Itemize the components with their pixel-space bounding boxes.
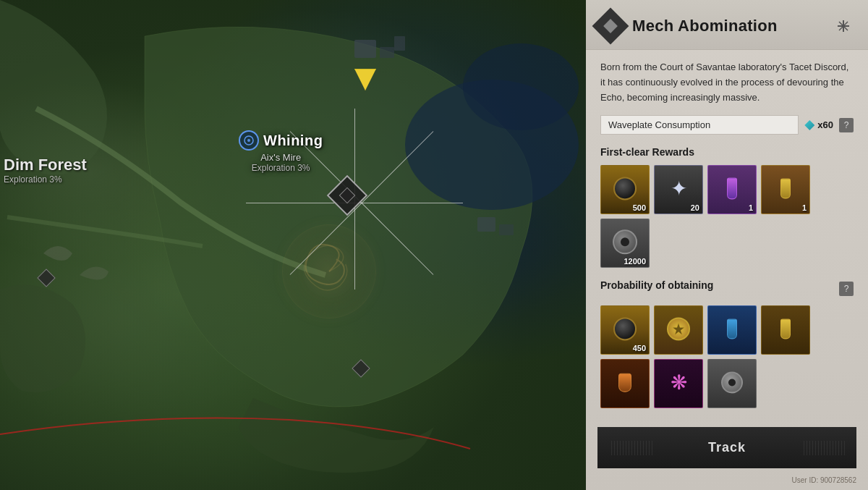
- svg-point-8: [247, 139, 250, 142]
- waveplate-row: Waveplate Consumption x60 ?: [600, 115, 854, 135]
- prob-gold-shell: 450: [600, 305, 650, 355]
- dim-forest-name: Dim Forest: [4, 156, 87, 174]
- prob-orange-item: [600, 359, 650, 408]
- reward-disc: 12000: [600, 219, 650, 268]
- disc-inner: [621, 238, 629, 247]
- reward-count-yellow: 1: [802, 203, 807, 212]
- waveplate-cost-value: x60: [817, 119, 833, 130]
- blue-vial-icon: [727, 319, 737, 339]
- vortex-effect: [282, 224, 376, 318]
- prob-count-gold: 450: [633, 344, 646, 352]
- probability-help-button[interactable]: ?: [839, 282, 854, 296]
- disc-icon: [613, 230, 637, 255]
- purple-vial-icon: [727, 178, 737, 200]
- location-sub: Aix's Mire: [239, 152, 323, 163]
- track-button[interactable]: Track: [597, 427, 856, 468]
- location-name: Whining: [263, 132, 323, 149]
- description-text: Born from the Court of Savantae laborato…: [600, 60, 854, 105]
- header-diamond-inner: [603, 19, 618, 33]
- map-section: Dim Forest Exploration 3% Whining Aix's …: [0, 0, 586, 490]
- center-diamond-inner: [339, 187, 356, 204]
- header-diamond-icon: [592, 8, 629, 45]
- waveplate-help-button[interactable]: ?: [839, 118, 854, 132]
- location-exploration: Exploration 3%: [239, 163, 323, 173]
- waveplate-cost: x60: [804, 119, 833, 130]
- first-clear-rewards-grid: 500 ✦ 20 1 1 12000: [600, 165, 854, 268]
- reward-purple-vial: 1: [707, 165, 757, 214]
- reward-count-disc: 12000: [624, 257, 646, 266]
- first-clear-title: First-clear Rewards: [600, 146, 854, 158]
- star-icon: ✦: [671, 177, 687, 200]
- panel-title: Mech Abomination: [632, 17, 825, 35]
- reward-star-item: ✦ 20: [654, 165, 703, 214]
- user-id: User ID: 900728562: [791, 476, 856, 484]
- reward-count-star: 20: [691, 203, 699, 212]
- yellow-canister-icon: [780, 319, 791, 339]
- probability-title: Probability of obtaining: [600, 279, 713, 291]
- probability-header: Probability of obtaining ?: [600, 279, 854, 298]
- reward-yellow-vial: 1: [761, 165, 810, 214]
- dim-forest-label: Dim Forest Exploration 3%: [4, 156, 87, 185]
- panel-header: Mech Abomination: [586, 0, 868, 50]
- close-icon[interactable]: [833, 16, 854, 36]
- dim-forest-exploration: Exploration 3%: [4, 174, 87, 185]
- badge-icon: [667, 318, 690, 341]
- location-icon-circle: [239, 130, 259, 151]
- panel-body: Born from the Court of Savantae laborato…: [586, 50, 868, 427]
- wing-icon: ❋: [671, 371, 687, 394]
- orange-item-icon: [618, 373, 631, 392]
- prob-badge: [654, 305, 703, 355]
- gold-shell-icon: [613, 177, 637, 200]
- gem-icon: [804, 120, 814, 130]
- gray-disc-icon: [721, 372, 743, 394]
- location-label: Whining Aix's Mire Exploration 3%: [239, 130, 323, 173]
- reward-gold-shell: 500: [600, 165, 650, 214]
- location-icon-row: Whining: [239, 130, 323, 151]
- prob-gold-icon: [613, 318, 637, 341]
- yellow-vial-icon: [780, 179, 791, 199]
- svg-marker-13: [673, 324, 684, 335]
- gray-disc-inner: [728, 379, 736, 386]
- reward-count-purple: 1: [749, 203, 753, 212]
- waveplate-label: Waveplate Consumption: [600, 115, 799, 135]
- reward-count-gold: 500: [633, 203, 646, 212]
- panel-section: Mech Abomination Born from the Court of …: [586, 0, 868, 490]
- prob-yellow-canister: [761, 305, 810, 355]
- prob-gray-disc: [707, 359, 757, 408]
- prob-blue-vial: [707, 305, 757, 355]
- prob-pink-wing: ❋: [654, 359, 703, 408]
- probability-items-grid: 450 ❋: [600, 305, 854, 408]
